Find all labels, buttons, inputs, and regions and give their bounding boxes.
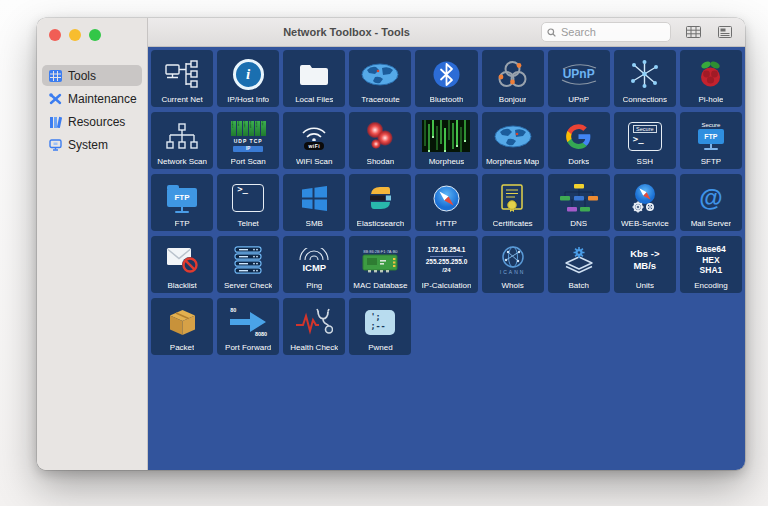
tile-shodan[interactable]: Shodan xyxy=(349,112,411,169)
list-view-icon xyxy=(718,26,732,38)
tile-packet[interactable]: Packet xyxy=(151,298,213,355)
compass-gears-icon xyxy=(615,177,675,219)
connections-star-icon xyxy=(615,53,675,95)
sidebar-item-label: Maintenance xyxy=(68,92,137,106)
minimize-button[interactable] xyxy=(69,29,81,41)
tile-web-service[interactable]: WEB-Service xyxy=(614,174,676,231)
sidebar: Tools Maintenance Resources System xyxy=(37,18,148,470)
globe-map-icon xyxy=(483,115,543,157)
globe-map-icon xyxy=(350,53,410,95)
sidebar-item-tools[interactable]: Tools xyxy=(42,65,142,86)
tile-whois[interactable]: ICANN Whois xyxy=(482,236,544,293)
tile-elasticsearch[interactable]: Elasticsearch xyxy=(349,174,411,231)
tile-encoding[interactable]: Base64 HEX SHA1 Encoding xyxy=(680,236,742,293)
ping-waves-icon: ICMP xyxy=(284,239,344,281)
list-view-button[interactable] xyxy=(713,23,737,41)
encoding-text-icon: Base64 HEX SHA1 xyxy=(681,239,741,281)
tile-ip-calculation[interactable]: 172.16.254.1 255.255.255.0 /24 IP-Calcul… xyxy=(415,236,477,293)
tile-server-check[interactable]: Server Check xyxy=(217,236,279,293)
sidebar-item-maintenance[interactable]: Maintenance xyxy=(42,88,142,109)
tile-ping[interactable]: ICMP Ping xyxy=(283,236,345,293)
tile-telnet[interactable]: >_ Telnet xyxy=(217,174,279,231)
tile-health-check[interactable]: Health Check xyxy=(283,298,345,355)
sidebar-item-label: Tools xyxy=(68,69,96,83)
tools-grid: Current Net i IP/Host Info Local Files xyxy=(151,50,742,355)
main-pane: Network Toolbox - Tools Current Net xyxy=(148,18,745,470)
tile-dorks[interactable]: Dorks xyxy=(548,112,610,169)
google-g-icon xyxy=(549,115,609,157)
server-stack-icon xyxy=(218,239,278,281)
certificate-icon xyxy=(483,177,543,219)
tile-dns[interactable]: DNS xyxy=(548,174,610,231)
tile-port-scan[interactable]: DHCP DNS SNTP Telnet HTTP FTP UDP TCP IP… xyxy=(217,112,279,169)
tile-current-net[interactable]: Current Net xyxy=(151,50,213,107)
zoom-button[interactable] xyxy=(89,29,101,41)
tile-local-files[interactable]: Local Files xyxy=(283,50,345,107)
forward-arrow-icon: 80 8080 xyxy=(218,301,278,343)
batch-layers-icon xyxy=(549,239,609,281)
tile-pi-hole[interactable]: Pi-hole xyxy=(680,50,742,107)
tile-upnp[interactable]: UPnP UPnP xyxy=(548,50,610,107)
tile-blacklist[interactable]: Blacklist xyxy=(151,236,213,293)
at-sign-icon: @ xyxy=(681,177,741,219)
tile-units[interactable]: Kbs -> MB/s Units xyxy=(614,236,676,293)
tile-pwned[interactable]: '; ;-- Pwned xyxy=(349,298,411,355)
toolbar: Network Toolbox - Tools xyxy=(148,18,745,47)
pwned-sql-icon: '; ;-- xyxy=(350,301,410,343)
books-icon xyxy=(48,115,62,128)
window-title: Network Toolbox - Tools xyxy=(152,26,541,38)
tile-mac-database[interactable]: 8B:86:2B:F1:7A:B0 MAC Database xyxy=(349,236,411,293)
blocked-mail-icon xyxy=(152,239,212,281)
tile-batch[interactable]: Batch xyxy=(548,236,610,293)
tile-wifi-scan[interactable]: wiFi WiFi Scan xyxy=(283,112,345,169)
dns-hierarchy-icon xyxy=(549,177,609,219)
search-icon xyxy=(547,28,556,37)
tile-port-forward[interactable]: 80 8080 Port Forward xyxy=(217,298,279,355)
port-bars-icon: DHCP DNS SNTP Telnet HTTP FTP UDP TCP IP xyxy=(218,115,278,157)
app-window: Tools Maintenance Resources System xyxy=(37,18,745,470)
network-tree-icon xyxy=(152,115,212,157)
tile-sftp[interactable]: Secure FTP SFTP xyxy=(680,112,742,169)
sidebar-item-resources[interactable]: Resources xyxy=(42,111,142,132)
matrix-rain-icon xyxy=(416,115,476,157)
tile-morpheus-map[interactable]: Morpheus Map xyxy=(482,112,544,169)
search-input[interactable] xyxy=(559,25,653,39)
search-field[interactable] xyxy=(541,22,671,42)
tile-smb[interactable]: SMB xyxy=(283,174,345,231)
sidebar-item-system[interactable]: System xyxy=(42,134,142,155)
tile-traceroute[interactable]: Traceroute xyxy=(349,50,411,107)
traffic-lights xyxy=(37,18,147,51)
bonjour-loops-icon xyxy=(483,53,543,95)
display-icon xyxy=(48,138,62,151)
tile-bluetooth[interactable]: Bluetooth xyxy=(415,50,477,107)
tools-icon xyxy=(48,92,62,105)
terminal-icon: >_ xyxy=(218,177,278,219)
units-text-icon: Kbs -> MB/s xyxy=(615,239,675,281)
package-box-icon xyxy=(152,301,212,343)
tile-certificates[interactable]: Certificates xyxy=(482,174,544,231)
grid-view-button[interactable] xyxy=(681,23,705,41)
shodan-dots-icon xyxy=(350,115,410,157)
sidebar-item-label: Resources xyxy=(68,115,125,129)
tile-morpheus[interactable]: Morpheus xyxy=(415,112,477,169)
safari-compass-icon xyxy=(416,177,476,219)
icann-globe-icon: ICANN xyxy=(483,239,543,281)
tile-bonjour[interactable]: Bonjour xyxy=(482,50,544,107)
secure-ftp-monitor-icon: Secure FTP xyxy=(681,115,741,157)
upnp-logo-icon: UPnP xyxy=(549,53,609,95)
tile-http[interactable]: HTTP xyxy=(415,174,477,231)
grid-view-icon xyxy=(686,26,701,38)
tile-ssh[interactable]: Secure>_ SSH xyxy=(614,112,676,169)
bluetooth-icon xyxy=(416,53,476,95)
tile-connections[interactable]: Connections xyxy=(614,50,676,107)
info-icon: i xyxy=(218,53,278,95)
close-button[interactable] xyxy=(49,29,61,41)
tile-network-scan[interactable]: Network Scan xyxy=(151,112,213,169)
wifi-icon: wiFi xyxy=(284,115,344,157)
tile-ip-host-info[interactable]: i IP/Host Info xyxy=(217,50,279,107)
tile-mail-server[interactable]: @ Mail Server xyxy=(680,174,742,231)
sidebar-item-label: System xyxy=(68,138,108,152)
tile-ftp[interactable]: FTP FTP xyxy=(151,174,213,231)
ip-calc-text-icon: 172.16.254.1 255.255.255.0 /24 xyxy=(416,239,476,281)
raspberry-icon xyxy=(681,53,741,95)
